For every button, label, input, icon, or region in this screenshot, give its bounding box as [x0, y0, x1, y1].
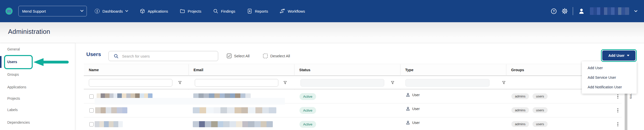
type-label: User: [412, 107, 420, 111]
nav-label: Reports: [255, 9, 268, 13]
type-cell: User: [406, 107, 420, 111]
nav-label: Findings: [221, 9, 235, 13]
gauge-icon: [94, 8, 100, 14]
group-tag: admins: [511, 121, 529, 127]
row-menu-button[interactable]: [616, 93, 620, 100]
sidebar-item-general[interactable]: General: [7, 47, 20, 52]
redaction-overlay: [95, 98, 285, 105]
filter-funnel-icon[interactable]: [178, 81, 182, 84]
nav-item-dashboards[interactable]: Dashboards: [94, 8, 128, 14]
section-title: Users: [86, 51, 101, 57]
column-header-type[interactable]: Type: [405, 64, 413, 75]
group-tag: admins: [511, 93, 529, 99]
table-row[interactable]: Active User admins users: [84, 117, 622, 130]
group-tag: admins: [511, 107, 529, 113]
table-filter-row: [84, 76, 622, 89]
status-badge: Active: [299, 121, 316, 128]
selected-item-bar: [0, 56, 2, 68]
filter-input-email[interactable]: [195, 79, 278, 87]
checkbox-checked-icon: [227, 54, 232, 58]
filter-input-type[interactable]: [405, 79, 489, 87]
nav-item-findings[interactable]: Findings: [213, 8, 235, 14]
table-row[interactable]: Active User admins users: [84, 103, 622, 117]
column-header-status[interactable]: Status: [299, 64, 310, 75]
vertical-scrollbar[interactable]: [625, 90, 627, 130]
nav-label: Dashboards: [102, 9, 123, 13]
magnifier-icon: [213, 8, 218, 14]
user-search[interactable]: [108, 51, 218, 61]
select-all-label: Select All: [234, 54, 250, 58]
menu-item-add-service-user[interactable]: Add Service User: [582, 73, 637, 82]
filter-funnel-icon[interactable]: [391, 81, 394, 84]
sidebar-item-dependencies[interactable]: Dependencies: [7, 120, 30, 125]
main-menu: Dashboards Applications Projects: [94, 8, 305, 14]
organization-selector[interactable]: Mend Support: [18, 6, 87, 16]
mend-logo-icon[interactable]: m: [5, 7, 13, 15]
deselect-all-button[interactable]: Deselect All: [263, 54, 290, 58]
sidebar-item-labels[interactable]: Labels: [7, 107, 18, 112]
report-icon: [247, 8, 252, 14]
column-header-groups[interactable]: Groups: [511, 64, 524, 75]
select-all-button[interactable]: Select All: [227, 54, 250, 58]
nav-item-reports[interactable]: Reports: [247, 8, 268, 14]
chevron-down-icon: [80, 10, 84, 12]
groups-cell: admins users: [511, 93, 548, 99]
type-label: User: [412, 121, 420, 125]
gear-icon[interactable]: [562, 8, 568, 14]
nav-right-cluster: ?: [551, 7, 644, 15]
chevron-down-icon: [125, 10, 128, 12]
nav-divider: [573, 7, 573, 15]
dashed-square-icon: [263, 54, 268, 58]
deselect-all-label: Deselect All: [270, 54, 290, 58]
menu-item-add-notification-user[interactable]: Add Notification User: [582, 82, 637, 92]
page-header: Administration: [0, 22, 644, 43]
row-checkbox[interactable]: [89, 122, 94, 126]
page-title: Administration: [8, 28, 50, 36]
type-label: User: [412, 93, 420, 97]
app-window: m Mend Support Dashboards: [0, 0, 644, 130]
name-redacted: [95, 121, 123, 127]
nav-item-applications[interactable]: Applications: [140, 8, 168, 14]
organization-name: Mend Support: [22, 9, 46, 13]
row-checkbox[interactable]: [89, 108, 94, 113]
name-redacted: [95, 107, 127, 113]
menu-item-add-user[interactable]: Add User: [582, 63, 637, 73]
sidebar-item-applications[interactable]: Applications: [7, 85, 26, 90]
filter-funnel-icon[interactable]: [502, 81, 506, 84]
filter-input-name[interactable]: [89, 79, 172, 87]
filter-funnel-icon[interactable]: [283, 81, 287, 84]
column-header-name[interactable]: Name: [89, 64, 99, 75]
group-tag: users: [533, 93, 548, 99]
chevron-down-icon[interactable]: [634, 10, 637, 12]
user-type-icon: [406, 121, 410, 125]
add-user-menu: Add User Add Service User Add Notificati…: [582, 61, 637, 94]
workflow-icon: [280, 8, 285, 14]
email-redacted: [193, 107, 276, 113]
search-icon: [114, 54, 119, 59]
user-type-icon: [406, 107, 410, 111]
email-redacted: [193, 121, 273, 127]
nav-item-projects[interactable]: Projects: [180, 8, 201, 14]
sidebar-item-users[interactable]: Users: [7, 59, 17, 64]
person-icon[interactable]: [578, 8, 585, 15]
cube-icon: [140, 8, 145, 14]
groups-cell: admins users: [511, 107, 548, 113]
caret-down-icon: [627, 55, 629, 56]
add-user-button[interactable]: Add User: [602, 50, 635, 61]
top-navbar: m Mend Support Dashboards: [0, 0, 644, 22]
type-cell: User: [406, 121, 420, 125]
row-checkbox[interactable]: [89, 94, 94, 99]
row-menu-button[interactable]: [616, 121, 620, 127]
column-header-email[interactable]: Email: [194, 64, 203, 75]
sidebar-item-groups[interactable]: Groups: [7, 72, 19, 77]
help-icon[interactable]: ?: [551, 8, 557, 14]
filter-input-status[interactable]: [300, 79, 384, 87]
status-badge: Active: [299, 107, 316, 114]
search-input[interactable]: [122, 54, 215, 58]
groups-cell: admins users: [511, 121, 548, 127]
row-menu-button[interactable]: [616, 107, 620, 114]
nav-label: Applications: [148, 9, 168, 13]
nav-item-workflows[interactable]: Workflows: [280, 8, 305, 14]
sidebar-item-projects[interactable]: Projects: [7, 96, 20, 101]
svg-text:?: ?: [553, 9, 555, 13]
